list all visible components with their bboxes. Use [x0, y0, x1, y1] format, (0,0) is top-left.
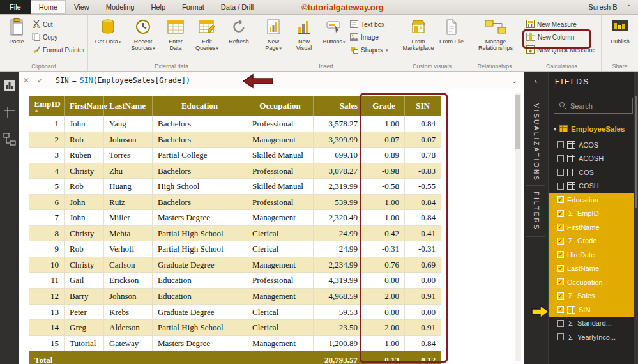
table-row[interactable]: 12BarryJohnsonEducationManagement4,968.5… [29, 289, 441, 305]
formula-cancel-icon[interactable]: ✕ [19, 76, 33, 85]
report-view-icon[interactable] [3, 79, 16, 95]
tab-home[interactable]: Home [31, 0, 66, 14]
column-header-empid[interactable]: EmpID▲ [29, 96, 65, 116]
buttons-button[interactable]: Buttons▾ [321, 17, 347, 45]
table-row[interactable]: 11GailEricksonEducationProfessional4,319… [29, 273, 441, 289]
column-header-firstname[interactable]: FirstName [65, 96, 104, 116]
fields-scrollbar[interactable] [634, 72, 638, 364]
field-checkbox[interactable]: ✓ [557, 210, 564, 217]
get-data-button[interactable]: Get Data▾ [93, 17, 123, 45]
table-row[interactable]: 3RubenTorresPartial CollegeSkilled Manua… [29, 148, 441, 163]
tab-data-drill[interactable]: Data / Drill [213, 0, 262, 14]
fields-table-employeesales[interactable]: ▾ EmployeeSales [549, 120, 638, 138]
field-item-cos[interactable]: COS [549, 165, 638, 179]
table-row[interactable]: 9RobVerhoffPartial High SchoolClerical24… [29, 241, 441, 257]
field-item-standard[interactable]: ΣStandard... [549, 317, 638, 331]
format-painter-button[interactable]: Format Painter [32, 44, 85, 56]
manage-relationships-button[interactable]: Manage Relationships [473, 17, 519, 52]
new-measure-button[interactable]: New Measure [526, 19, 577, 31]
field-checkbox[interactable] [557, 320, 564, 327]
field-item-sin[interactable]: ✓SIN [549, 303, 638, 317]
field-checkbox[interactable]: ✓ [557, 251, 564, 258]
field-checkbox[interactable]: ✓ [557, 196, 564, 203]
table-row[interactable]: 1JohnYangBachelorsProfessional3,578.271.… [29, 116, 441, 132]
shapes-button[interactable]: Shapes▾ [350, 44, 388, 56]
field-checkbox[interactable]: ✓ [557, 306, 564, 313]
column-header-sin[interactable]: SIN [405, 96, 441, 116]
image-button[interactable]: Image [350, 31, 379, 43]
table-row[interactable]: 6JohnRuizBachelorsProfessional539.991.00… [29, 194, 441, 210]
field-item-empid[interactable]: ✓ΣEmpID [549, 207, 638, 221]
formula-commit-icon[interactable]: ✓ [33, 76, 47, 85]
paste-button[interactable]: Paste [4, 17, 29, 45]
field-checkbox[interactable]: ✓ [557, 278, 564, 285]
recent-sources-button[interactable]: Recent Sources▾ [126, 17, 160, 52]
column-header-lastname[interactable]: LastName [104, 96, 153, 116]
expand-collapse-icon[interactable]: ▾ [554, 126, 556, 132]
field-checkbox[interactable]: ✓ [557, 224, 564, 231]
text-box-button[interactable]: Text box [350, 19, 384, 31]
tab-format[interactable]: Format [174, 0, 213, 14]
visualizations-panel-tab[interactable]: VISUALIZATIONS [533, 103, 540, 182]
field-checkbox[interactable]: ✓ [557, 265, 564, 272]
field-item-firstname[interactable]: ✓FirstName [549, 220, 638, 234]
field-item-cosh[interactable]: COSH [549, 179, 638, 193]
column-header-sales[interactable]: Sales [314, 96, 363, 116]
field-item-occupation[interactable]: ✓Occupation [549, 275, 638, 289]
field-checkbox[interactable] [557, 169, 564, 176]
new-column-button[interactable]: New Column [526, 31, 574, 43]
collapse-panel-chevron-icon[interactable]: ‹ [524, 77, 548, 86]
column-header-grade[interactable]: Grade [363, 96, 405, 116]
table-row[interactable]: 14GregAldersonPartial High SchoolClerica… [29, 320, 441, 336]
field-checkbox[interactable]: ✓ [557, 292, 564, 300]
tab-modeling[interactable]: Modeling [98, 0, 143, 14]
refresh-button[interactable]: Refresh [225, 17, 253, 45]
table-row[interactable]: 5RobHuangHigh SchoolSkilled Manual2,319.… [29, 179, 441, 195]
formula-input[interactable]: SIN = SIN(EmployeeSales[Grade]) [56, 76, 190, 85]
table-row[interactable]: 13PeterKrebsGraduate DegreeClerical59.53… [29, 304, 441, 320]
field-checkbox[interactable] [557, 183, 564, 190]
field-checkbox[interactable]: ✓ [557, 238, 564, 245]
table-row[interactable]: 7JohnMillerMasters DegreeManagement2,320… [29, 210, 441, 226]
canvas-vertical-scrollbar[interactable] [515, 93, 521, 361]
tab-view[interactable]: View [66, 0, 98, 14]
table-row[interactable]: 8ChristyMehtaPartial High SchoolClerical… [29, 225, 441, 241]
table-row[interactable]: 2RobJohnsonBachelorsManagement3,399.99-0… [29, 132, 441, 148]
new-quick-measure-button[interactable]: New Quick Measure [526, 44, 595, 56]
table-row[interactable]: 15TutorialGatewayMasters DegreeManagemen… [29, 335, 441, 351]
field-item-grade[interactable]: ✓ΣGrade [549, 234, 638, 248]
new-page-button[interactable]: New Page▾ [259, 17, 287, 52]
enter-data-button[interactable]: Enter Data [162, 17, 189, 52]
field-checkbox[interactable] [557, 141, 564, 148]
model-view-icon[interactable] [3, 133, 16, 148]
cut-button[interactable]: Cut [32, 19, 53, 31]
fields-search-box[interactable]: Search [554, 98, 633, 114]
column-header-occupation[interactable]: Occupation [247, 96, 314, 116]
column-header-education[interactable]: Education [153, 96, 247, 116]
filters-panel-tab[interactable]: FILTERS [533, 192, 540, 231]
field-item-hiredate[interactable]: ✓HireDate [549, 248, 638, 262]
field-checkbox[interactable] [557, 155, 564, 162]
from-file-button[interactable]: From File [438, 17, 465, 45]
table-row[interactable]: 4ChristyZhuBachelorsProfessional3,078.27… [29, 163, 441, 179]
tab-help[interactable]: Help [142, 0, 174, 14]
edit-queries-button[interactable]: Edit Queries▾ [192, 17, 222, 52]
scrollbar-thumb[interactable] [635, 96, 637, 208]
field-item-education[interactable]: ✓Education [549, 193, 638, 207]
data-view-icon[interactable] [3, 106, 16, 121]
field-item-acos[interactable]: ACOS [549, 138, 638, 152]
field-item-sales[interactable]: ✓ΣSales [549, 289, 638, 303]
field-checkbox[interactable] [557, 333, 564, 340]
publish-button[interactable]: Publish [605, 17, 635, 45]
from-marketplace-button[interactable]: From Marketplace [401, 17, 436, 52]
table-row[interactable]: 10ChristyCarlsonGraduate DegreeManagemen… [29, 257, 441, 273]
new-visual-button[interactable]: New Visual [290, 17, 318, 52]
tab-file[interactable]: File [0, 0, 31, 14]
scrollbar-thumb[interactable] [515, 95, 520, 149]
collapse-ribbon-icon[interactable]: ⌃ [627, 0, 638, 14]
field-item-lastname[interactable]: ✓LastName [549, 262, 638, 276]
field-item-yearlyinco[interactable]: ΣYearlyInco... [549, 330, 638, 344]
formula-expand-chevron-icon[interactable]: ⌄ [512, 77, 524, 85]
signed-in-user[interactable]: Suresh B [588, 0, 626, 14]
field-item-acosh[interactable]: ACOSH [549, 152, 638, 166]
